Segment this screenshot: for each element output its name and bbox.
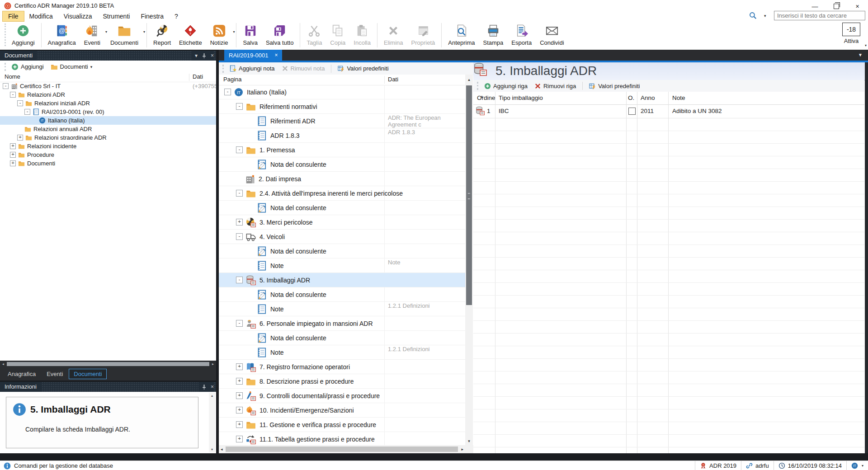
expander-plus-icon[interactable]: + [236,392,243,399]
documenti-button[interactable]: Documenti▾ [48,63,95,70]
close-icon[interactable]: × [211,384,214,390]
tree-row[interactable]: ITItaliano (Italia) [0,116,216,125]
page-row[interactable]: -5. Imballaggi ADR [219,273,465,287]
expander-plus-icon[interactable]: + [236,407,243,414]
info-vertical-scrollbar[interactable]: ▴ ▾ [209,393,215,452]
column-o[interactable]: O. [628,94,634,101]
search-options-chevron-icon[interactable]: ▾ [764,14,766,18]
page-row[interactable]: -2.4. Attività dell'impresa inerenti le … [219,186,465,201]
expander-plus-icon[interactable]: + [236,378,243,385]
scrollbar-thumb[interactable] [466,85,472,305]
tree-row[interactable]: -Relazioni ADR [0,90,216,99]
condividi-button[interactable]: Condividi [536,22,568,46]
page-row[interactable]: Riferimenti ADRADR: The European Agreeme… [219,114,465,128]
column-ordine[interactable]: Ordine [477,94,495,101]
restore-button[interactable] [826,0,847,12]
page-row[interactable]: ADR 1.8.3ADR 1.8.3 [219,128,465,143]
menu-item-file[interactable]: File [3,11,24,21]
scroll-right-icon[interactable]: ▸ [210,362,216,366]
tree-row[interactable]: +Documenti [0,159,216,168]
page-row[interactable]: 2. Dati impresa [219,172,465,186]
expander-plus-icon[interactable]: + [10,152,16,158]
menu-item-[interactable]: ? [169,11,184,21]
expander-plus-icon[interactable]: + [236,436,243,442]
salva-tutto-button[interactable]: Salva tutto [262,22,297,46]
scroll-up-icon[interactable]: ▴ [209,394,215,398]
page-row[interactable]: Note1.2.1 Definizioni [219,302,465,316]
tree-row[interactable]: -RAI/2019-0001 (rev. 00) [0,108,216,116]
column-tipo-imballaggio[interactable]: Tipo imballaggio [499,94,543,101]
tab-list-chevron-icon[interactable]: ▼ [858,52,863,57]
scrollbar-thumb[interactable] [226,446,458,452]
expander-plus-icon[interactable]: + [10,160,16,166]
tab-documenti[interactable]: Documenti [69,369,107,379]
document-vertical-scrollbar[interactable]: ▴ ▾ [465,75,473,445]
page-row[interactable]: +10. Incidenti/Emergenze/Sanzioni [219,403,465,418]
eventi-button[interactable]: Eventi▾ [80,22,106,46]
aggiungi-button[interactable]: Aggiungi [9,63,46,70]
scroll-left-icon[interactable]: ◂ [221,447,223,451]
valori-predefiniti-button[interactable]: Valori predefiniti [587,83,642,89]
menu-item-finestra[interactable]: Finestra [135,11,169,21]
documents-horizontal-scrollbar[interactable]: ◂ ▸ [0,361,216,367]
chevron-down-icon[interactable]: ▾ [90,65,93,69]
expander-minus-icon[interactable]: - [24,109,30,115]
expander-minus-icon[interactable]: - [17,100,23,106]
stampa-button[interactable]: Stampa [479,22,508,46]
page-row[interactable]: +8. Descrizione prassi e procedure [219,374,465,389]
expander-minus-icon[interactable]: - [10,92,16,98]
expander-plus-icon[interactable]: + [236,421,243,428]
page-row[interactable]: +11.1. Tabella gestione prassi e procedu… [219,432,465,445]
page-row[interactable]: Nota del consulente [219,201,465,215]
page-row[interactable]: -ITItaliano (Italia) [219,85,465,99]
panel-menu-chevron-icon[interactable]: ▾ [195,53,198,58]
pin-icon[interactable] [202,384,207,390]
close-icon[interactable]: × [211,53,214,58]
checkbox[interactable] [628,108,636,115]
page-row[interactable]: Note1.2.1 Definizioni [219,345,465,360]
tree-row[interactable]: -Certifico Srl - IT(+3907559 [0,82,216,90]
anteprima-button[interactable]: Anteprima [444,22,479,46]
page-row[interactable]: -4. Veicoli [219,230,465,244]
column-anno[interactable]: Anno [641,94,655,101]
expander-plus-icon[interactable]: + [10,143,16,149]
pin-icon[interactable] [202,53,207,59]
valori-predefiniti-button[interactable]: Valori predefiniti [335,65,391,72]
aggiungi-nota-button[interactable]: Aggiungi nota [227,65,277,72]
anagrafica-button[interactable]: @Anagrafica [44,22,80,46]
expander-plus-icon[interactable]: + [236,219,243,226]
scroll-up-icon[interactable]: ▴ [465,77,473,82]
documenti-button[interactable]: Documenti▾ [106,22,144,46]
etichette-button[interactable]: 3Etichette [175,22,206,46]
expander-plus-icon[interactable]: + [236,363,243,370]
menu-item-strumenti[interactable]: Strumenti [97,11,135,21]
expander-minus-icon[interactable]: - [236,103,243,110]
close-button[interactable]: × [847,0,868,12]
scroll-left-icon[interactable]: ◂ [0,362,6,366]
page-row[interactable]: Nota del consulente [219,287,465,302]
tree-row[interactable]: +Relazioni incidente [0,142,216,150]
chevron-down-icon[interactable]: ▾ [143,30,145,34]
page-row[interactable]: +9. Controlli documentali/prassi e proce… [219,389,465,403]
notizie-button[interactable]: Notizie▾ [206,22,234,46]
expander-minus-icon[interactable]: - [236,146,243,153]
page-row[interactable]: Nota del consulente [219,244,465,258]
aggiungi-riga-button[interactable]: Aggiungi riga [482,83,530,89]
activation-button[interactable]: -18 Attiva [841,23,862,44]
scroll-down-icon[interactable]: ▾ [209,447,215,451]
chevron-down-icon[interactable]: ▾ [233,30,235,34]
expander-minus-icon[interactable]: - [3,83,9,89]
tab-anagrafica[interactable]: Anagrafica [3,369,41,379]
tree-row[interactable]: +Relazioni straordinarie ADR [0,133,216,142]
page-row[interactable]: Nota del consulente [219,331,465,345]
chevron-down-icon[interactable]: ▾ [862,464,863,468]
report-button[interactable]: Report [149,22,175,46]
aggiungi-button[interactable]: Aggiungi [8,22,39,46]
page-row[interactable]: -1. Premessa [219,143,465,157]
column-note[interactable]: Note [672,94,685,101]
toolbar-overflow-chevron-icon[interactable]: ▾ [865,43,867,47]
page-row[interactable]: NoteNote [219,258,465,273]
expander-minus-icon[interactable]: - [224,89,231,95]
document-tab[interactable]: RAI/2019-0001 × [224,50,282,61]
expander-minus-icon[interactable]: - [236,190,243,197]
